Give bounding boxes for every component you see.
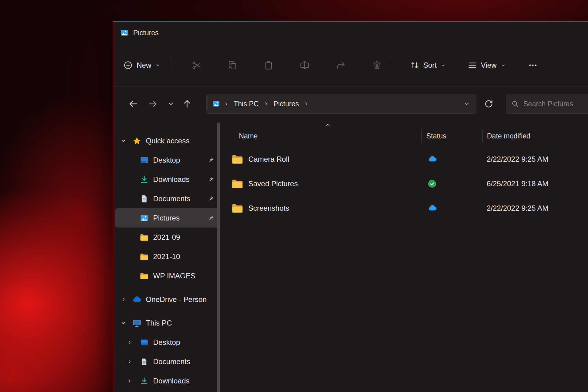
sidebar-item-label: OneDrive - Person [146,295,207,304]
sidebar-item-this-pc[interactable]: This PC [115,313,219,333]
chevron-right-icon[interactable] [118,297,129,302]
sidebar-item-desktop[interactable]: Desktop [115,150,219,170]
breadcrumb-pictures[interactable]: Pictures [272,99,300,109]
navigation-pane: Quick access Desktop Downloads Documents [113,121,221,392]
command-toolbar: New [113,43,588,87]
sidebar-item-pictures[interactable]: Pictures [115,208,219,228]
file-row-saved-pictures[interactable]: Saved Pictures 6/25/2021 9:18 AM [221,172,588,196]
downloads-icon [139,174,149,185]
sidebar-item-label: Desktop [153,338,180,347]
sidebar-item-label: 2021-10 [153,252,180,261]
file-row-camera-roll[interactable]: Camera Roll 2/22/2022 9:25 AM [221,147,588,172]
sidebar-item-label: Downloads [153,377,190,385]
column-header-date-modified[interactable]: Date modified [482,129,588,143]
toolbar-divider [170,58,170,72]
chevron-down-icon[interactable] [118,320,129,326]
more-options-icon[interactable] [527,60,538,71]
explorer-window: Pictures New [113,21,588,392]
refresh-icon[interactable] [484,97,494,111]
search-icon [511,100,519,108]
sort-ascending-chevron-icon[interactable] [325,122,331,128]
documents-icon [139,356,149,367]
file-date-modified: 6/25/2021 9:18 AM [482,179,588,188]
file-name: Camera Roll [248,155,289,164]
sidebar-item-label: Downloads [153,175,190,184]
sort-button[interactable]: Sort [410,60,446,70]
copy-icon[interactable] [227,60,238,71]
view-button[interactable]: View [467,60,506,70]
chevron-down-icon [155,62,160,68]
sidebar-item-label: WP IMAGES [153,272,195,280]
rename-icon[interactable] [299,60,310,71]
sidebar-item-label: Documents [153,357,190,366]
folder-icon [231,178,243,190]
sidebar-item-quick-access[interactable]: Quick access [115,131,219,150]
sidebar-item-documents[interactable]: Documents [115,189,219,208]
file-row-screenshots[interactable]: Screenshots 2/22/2022 9:25 AM [221,196,588,221]
chevron-down-icon [440,62,446,68]
chevron-right-icon[interactable] [124,379,135,383]
chevron-right-icon [304,101,309,106]
folder-icon [231,202,243,214]
star-icon [132,136,142,146]
window-title: Pictures [133,29,159,37]
breadcrumb-this-pc[interactable]: This PC [232,99,260,109]
sidebar-scrollbar[interactable] [217,123,220,392]
downloads-icon [139,376,149,386]
sidebar-item-label: Quick access [146,137,190,145]
address-dropdown-chevron[interactable] [463,100,470,107]
folder-icon [139,251,149,262]
folder-icon [139,271,149,281]
new-button[interactable]: New [123,60,160,70]
chevron-right-icon [264,101,269,106]
sidebar-item-2021-09[interactable]: 2021-09 [115,228,219,247]
column-header-name[interactable]: Name [221,128,421,144]
sidebar-item-label: Pictures [153,214,180,222]
delete-icon[interactable] [371,60,383,71]
file-date-modified: 2/22/2022 9:25 AM [482,204,588,213]
share-icon[interactable] [335,60,346,71]
sidebar-item-label: 2021-09 [153,233,180,242]
pictures-icon [139,213,149,223]
sidebar-item-2021-10[interactable]: 2021-10 [115,247,219,266]
sidebar-item-wp-images[interactable]: WP IMAGES [115,266,219,285]
file-list-pane: Name Status Date modified Camera Roll 2/… [221,121,588,392]
sidebar-item-label: This PC [146,319,172,327]
sidebar-item-downloads[interactable]: Downloads [115,170,219,189]
chevron-right-icon[interactable] [124,359,135,364]
desktop-folder-icon [139,337,149,348]
sidebar-item-label: Desktop [153,156,180,164]
documents-icon [139,194,149,204]
forward-button[interactable] [148,98,158,110]
sidebar-item-this-pc-downloads[interactable]: Downloads [115,371,219,390]
paste-icon[interactable] [263,60,274,71]
column-header-status[interactable]: Status [421,129,482,143]
toolbar-divider [392,58,392,72]
chevron-down-icon[interactable] [118,138,129,144]
cut-icon[interactable] [191,60,202,71]
title-bar[interactable]: Pictures [113,22,588,43]
sort-button-label: Sort [423,61,437,70]
plus-circle-icon [123,60,133,70]
desktop-wallpaper: Pictures New [0,0,588,392]
synced-status-icon [428,179,437,188]
back-button[interactable] [128,98,138,110]
address-bar[interactable]: This PC Pictures [206,94,476,114]
sidebar-item-onedrive[interactable]: OneDrive - Person [115,290,219,309]
column-headers: Name Status Date modified [221,128,588,144]
recent-locations-chevron[interactable] [167,98,175,110]
new-button-label: New [137,61,151,70]
search-input[interactable] [523,100,588,108]
chevron-right-icon[interactable] [124,340,135,345]
cloud-status-icon [428,203,437,213]
sort-icon [410,60,420,70]
desktop-folder-icon [139,155,149,165]
sidebar-item-this-pc-documents[interactable]: Documents [115,352,219,371]
search-box[interactable] [506,94,588,114]
pictures-icon [212,100,220,108]
up-button[interactable] [182,98,192,110]
sidebar-item-this-pc-desktop[interactable]: Desktop [115,333,219,352]
cloud-status-icon [428,154,437,164]
view-button-label: View [481,61,497,70]
file-name: Saved Pictures [248,179,298,188]
